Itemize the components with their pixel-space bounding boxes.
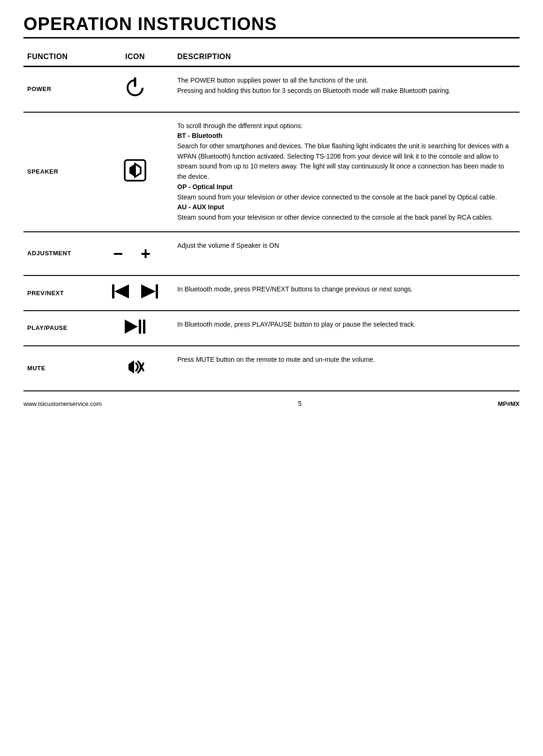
svg-rect-4 [129,168,135,173]
footer-brand: MP#MX [498,400,520,407]
function-cell-5: MUTE [23,346,98,391]
footer-website: www.tsicustomerservice.com [23,400,102,407]
svg-rect-11 [139,320,141,334]
icon-cell-3 [98,275,173,311]
icon-cell-5 [98,346,173,391]
table-row: PREV/NEXT In Bluetooth mode, press PREV/… [23,275,520,311]
icon-cell-0 [98,67,173,112]
svg-marker-10 [125,320,138,334]
col-header-description: DESCRIPTION [173,48,520,67]
footer-page-number: 5 [102,400,498,407]
svg-marker-5 [135,164,141,177]
function-cell-1: SPEAKER [23,112,98,232]
svg-rect-12 [143,320,145,334]
function-cell-3: PREV/NEXT [23,275,98,311]
desc-cell-1: To scroll through the different input op… [173,112,520,232]
svg-rect-6 [112,284,114,298]
table-row: SPEAKER To scroll through the different … [23,112,520,232]
table-row: POWER The POWER button supplies power to… [23,67,520,112]
svg-marker-9 [141,284,156,298]
page-title: OPERATION INSTRUCTIONS [23,14,520,38]
table-row: ADJUSTMENT− +Adjust the volume if Speake… [23,232,520,276]
icon-cell-4 [98,311,173,346]
table-row: PLAY/PAUSE In Bluetooth mode, press PLAY… [23,311,520,346]
operations-table: FUNCTION ICON DESCRIPTION POWER The POWE… [23,48,520,391]
desc-cell-4: In Bluetooth mode, press PLAY/PAUSE butt… [173,311,520,346]
col-header-function: FUNCTION [23,48,98,67]
table-row: MUTE Press MUTE button on the remote to … [23,346,520,391]
function-cell-2: ADJUSTMENT [23,232,98,276]
svg-marker-7 [114,284,129,298]
function-cell-0: POWER [23,67,98,112]
footer: www.tsicustomerservice.com 5 MP#MX [23,400,520,407]
icon-cell-2: − + [98,232,173,276]
svg-rect-14 [128,364,134,370]
desc-cell-3: In Bluetooth mode, press PREV/NEXT butto… [173,275,520,311]
desc-cell-5: Press MUTE button on the remote to mute … [173,346,520,391]
icon-cell-1 [98,112,173,232]
function-cell-4: PLAY/PAUSE [23,311,98,346]
col-header-icon: ICON [98,48,173,67]
svg-rect-8 [156,284,158,298]
desc-cell-0: The POWER button supplies power to all t… [173,67,520,112]
desc-cell-2: Adjust the volume if Speaker is ON [173,232,520,276]
